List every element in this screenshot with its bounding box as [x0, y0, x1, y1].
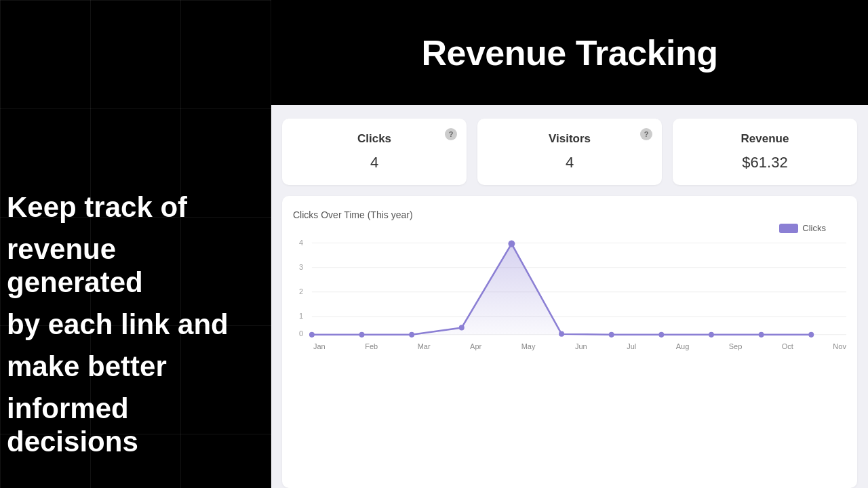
chart-dot-sep [709, 332, 714, 338]
x-label-apr: Apr [470, 342, 481, 350]
chart-title: Clicks Over Time (This year) [293, 209, 846, 220]
x-label-may: May [521, 342, 536, 350]
visitors-label: Visitors [494, 132, 646, 146]
chart-dot-aug [658, 332, 664, 338]
clicks-help-icon[interactable]: ? [445, 128, 457, 140]
left-line-3: by each link and [7, 308, 258, 341]
svg-text:2: 2 [299, 287, 303, 296]
svg-text:3: 3 [299, 263, 303, 271]
x-label-jul: Jul [627, 342, 636, 350]
x-label-aug: Aug [676, 342, 690, 350]
chart-dot-apr [459, 325, 465, 330]
chart-area-fill [312, 244, 811, 335]
chart-dot-feb [359, 332, 365, 338]
left-line-2: revenue generated [7, 233, 258, 299]
x-label-jun: Jun [575, 342, 587, 350]
left-text-block: Keep track of revenue generated by each … [0, 191, 271, 468]
chart-svg: 4 3 2 1 0 [293, 231, 846, 340]
svg-text:0: 0 [299, 329, 303, 338]
svg-text:4: 4 [299, 238, 303, 246]
chart-dot-nov [808, 332, 814, 338]
x-label-oct: Oct [782, 342, 793, 350]
revenue-value: $61.32 [689, 154, 841, 171]
left-panel: Keep track of revenue generated by each … [0, 0, 271, 488]
stats-container: ? Clicks 4 ? Visitors 4 Revenue $61.32 [271, 105, 868, 185]
stat-card-visitors: ? Visitors 4 [477, 119, 662, 185]
chart-container: Clicks Over Time (This year) Clicks 4 3 … [282, 196, 857, 488]
revenue-label: Revenue [689, 132, 841, 146]
clicks-value: 4 [298, 154, 450, 171]
chart-dot-jan [309, 332, 315, 338]
chart-dot-jul [609, 332, 614, 338]
left-line-5: informed decisions [7, 392, 258, 458]
chart-line [312, 244, 811, 335]
clicks-label: Clicks [298, 132, 450, 146]
x-axis-labels: Jan Feb Mar Apr May Jun Jul Aug Sep Oct … [293, 340, 846, 350]
left-line-1: Keep track of [7, 191, 258, 224]
stats-row: ? Clicks 4 ? Visitors 4 Revenue $61.32 [282, 119, 857, 185]
x-label-nov: Nov [833, 342, 846, 350]
chart-dot-mar [409, 332, 414, 338]
chart-dot-oct [759, 332, 764, 338]
stat-card-revenue: Revenue $61.32 [673, 119, 857, 185]
chart-dot-jun [559, 331, 564, 337]
visitors-help-icon[interactable]: ? [640, 128, 652, 140]
visitors-value: 4 [494, 154, 646, 171]
x-label-mar: Mar [418, 342, 431, 350]
page-header: Revenue Tracking [271, 0, 868, 105]
left-line-4: make better [7, 350, 258, 383]
chart-area: 4 3 2 1 0 [293, 231, 846, 340]
stat-card-clicks: ? Clicks 4 [282, 119, 467, 185]
x-label-sep: Sep [729, 342, 743, 350]
x-label-feb: Feb [365, 342, 378, 350]
x-label-jan: Jan [313, 342, 326, 350]
chart-dot-may [508, 240, 515, 247]
svg-text:1: 1 [299, 312, 303, 320]
page-title: Revenue Tracking [421, 33, 717, 73]
right-panel: Revenue Tracking ? Clicks 4 ? Visitors 4… [271, 0, 868, 488]
